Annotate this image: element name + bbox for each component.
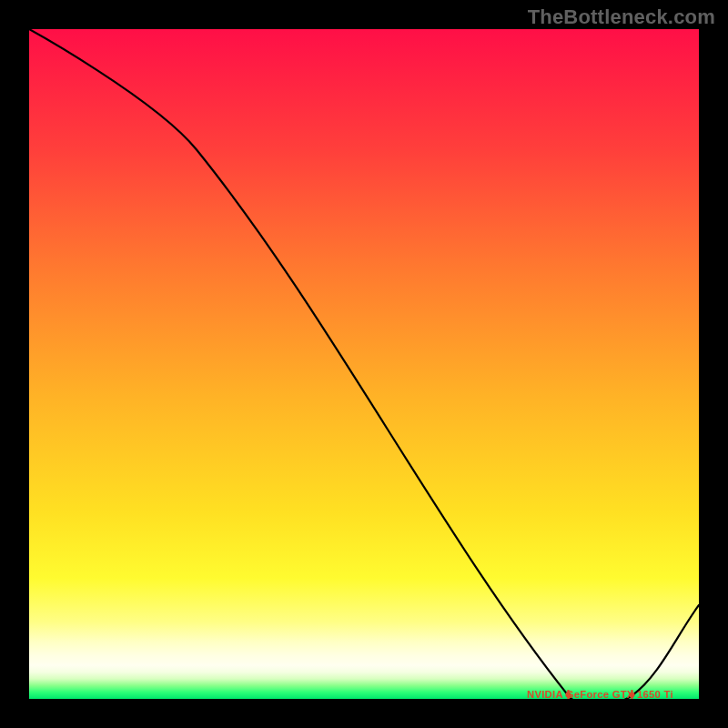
chart-frame: TheBottleneck.com NVIDIA GeForce GTX 165… — [0, 0, 728, 728]
gpu-label-annotation: NVIDIA GeForce GTX 1650 Ti — [527, 689, 673, 699]
watermark-text: TheBottleneck.com — [528, 5, 715, 29]
plot-area: NVIDIA GeForce GTX 1650 Ti — [29, 29, 699, 699]
chart-line-layer: NVIDIA GeForce GTX 1650 Ti — [29, 29, 699, 699]
annotation-label: NVIDIA GeForce GTX 1650 Ti — [527, 689, 673, 699]
bottleneck-curve — [29, 29, 699, 699]
